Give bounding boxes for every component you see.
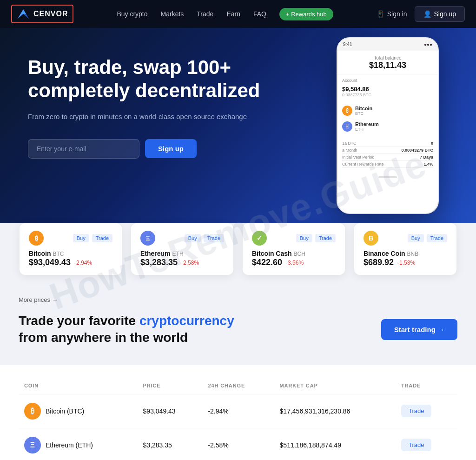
bnb-trade-button[interactable]: Trade — [427, 234, 447, 242]
nav-actions: 📱 Sign in 👤 Sign up — [377, 6, 465, 22]
price-cards: ₿ Buy Trade BitcoinBTC $93,049.43 -2.94%… — [19, 223, 457, 275]
trade-section: Trade your favorite cryptocurrency from … — [0, 303, 476, 365]
col-change: 24H CHANGE — [202, 379, 274, 394]
eth-table-trade-button[interactable]: Trade — [401, 439, 431, 451]
col-coin: COIN — [19, 379, 138, 394]
phone-coins: ₿ Bitcoin BTC Ξ Ethereum ETH — [337, 101, 438, 136]
price-card-bnb: B Buy Trade Binance CoinBNB $689.92 -1.5… — [354, 223, 456, 275]
col-price: PRICE — [138, 379, 203, 394]
phone-home-bar — [378, 176, 397, 178]
col-trade: TRADE — [396, 379, 457, 394]
price-card-bch: ✓ Buy Trade Bitcoin CashBCH $422.60 -3.5… — [243, 223, 345, 275]
eth-icon: Ξ — [342, 121, 352, 132]
trade-title: Trade your favorite cryptocurrency from … — [19, 313, 242, 347]
phone-balance: Total balance $18,11.43 — [337, 51, 438, 74]
rewards-hub-button[interactable]: + Rewards hub — [279, 8, 333, 20]
hero-title: Buy, trade, swap 100+ completely decentr… — [28, 56, 270, 103]
price-card-btc: ₿ Buy Trade BitcoinBTC $93,049.43 -2.94% — [20, 223, 122, 275]
signup-button[interactable]: 👤 Sign up — [415, 6, 465, 22]
bch-trade-button[interactable]: Trade — [315, 234, 336, 242]
start-trading-button[interactable]: Start trading → — [381, 319, 457, 340]
btc-card-icon: ₿ — [29, 231, 44, 246]
phone-header: 9:41 ●●● — [337, 38, 438, 51]
email-input[interactable] — [28, 139, 139, 159]
nav-markets[interactable]: Markets — [161, 10, 184, 18]
btc-trade-button[interactable]: Trade — [92, 234, 112, 242]
logo[interactable]: CENVOR — [11, 5, 73, 23]
hero-form: Sign up — [28, 139, 270, 159]
eth-card-icon: Ξ — [140, 231, 155, 246]
eth-coin-cell: Ξ Ethereum (ETH) — [24, 437, 132, 453]
phone-coin-btc: ₿ Bitcoin BTC — [342, 104, 433, 118]
nav-earn[interactable]: Earn — [226, 10, 240, 18]
hero-subtitle: From zero to crypto in minutes on a worl… — [28, 111, 270, 122]
navbar: CENVOR Buy crypto Markets Trade Earn FAQ… — [0, 0, 476, 28]
price-section: ₿ Buy Trade BitcoinBTC $93,049.43 -2.94%… — [0, 223, 476, 289]
table-row: Ξ Ethereum (ETH) $3,283.35 -2.58% $511,1… — [19, 428, 457, 460]
bch-buy-button[interactable]: Buy — [296, 234, 312, 242]
btc-table-icon: ₿ — [24, 403, 41, 420]
nav-faq[interactable]: FAQ — [253, 10, 266, 18]
nav-trade[interactable]: Trade — [197, 10, 213, 18]
eth-trade-button[interactable]: Trade — [204, 234, 224, 242]
btc-coin-cell: ₿ Bitcoin (BTC) — [24, 403, 132, 420]
phone-info-rows: 1a BTC 0 a Month 0.00043279 BTC Initial … — [337, 136, 438, 172]
bch-card-icon: ✓ — [252, 231, 267, 246]
btc-table-trade-button[interactable]: Trade — [401, 405, 431, 417]
phone-mockup: 9:41 ●●● Total balance $18,11.43 Account… — [337, 37, 439, 214]
logo-icon — [17, 7, 30, 20]
crypto-table: COIN PRICE 24H CHANGE MARKET CAP TRADE ₿… — [19, 379, 457, 460]
nav-links: Buy crypto Markets Trade Earn FAQ + Rewa… — [117, 8, 333, 20]
phone-coin-eth: Ξ Ethereum ETH — [342, 120, 433, 133]
svg-marker-1 — [23, 14, 29, 19]
eth-table-icon: Ξ — [24, 437, 41, 453]
btc-buy-button[interactable]: Buy — [73, 234, 89, 242]
col-marketcap: MARKET CAP — [274, 379, 396, 394]
logo-text: CENVOR — [33, 10, 68, 18]
phone-accounts: Account $9,584.86 0.0387736 BTC — [337, 74, 438, 101]
table-header: COIN PRICE 24H CHANGE MARKET CAP TRADE — [19, 379, 457, 394]
btc-icon: ₿ — [342, 106, 352, 116]
hero-content: Buy, trade, swap 100+ completely decentr… — [28, 56, 270, 159]
hero-section: Buy, trade, swap 100+ completely decentr… — [0, 28, 476, 242]
hero-signup-button[interactable]: Sign up — [145, 139, 197, 158]
phone-icon: 📱 — [377, 10, 384, 18]
signin-button[interactable]: 📱 Sign in — [377, 10, 407, 18]
bnb-buy-button[interactable]: Buy — [408, 234, 424, 242]
table-body: ₿ Bitcoin (BTC) $93,049.43 -2.94% $17,45… — [19, 394, 457, 460]
table-row: ₿ Bitcoin (BTC) $93,049.43 -2.94% $17,45… — [19, 394, 457, 428]
table-section: COIN PRICE 24H CHANGE MARKET CAP TRADE ₿… — [0, 365, 476, 460]
nav-buy-crypto[interactable]: Buy crypto — [117, 10, 147, 18]
user-icon: 👤 — [423, 10, 431, 18]
bnb-card-icon: B — [364, 231, 378, 246]
price-card-eth: Ξ Buy Trade EthereumETH $3,283.35 -2.58% — [131, 223, 233, 275]
more-prices-link[interactable]: More prices → — [0, 289, 476, 303]
eth-buy-button[interactable]: Buy — [185, 234, 201, 242]
